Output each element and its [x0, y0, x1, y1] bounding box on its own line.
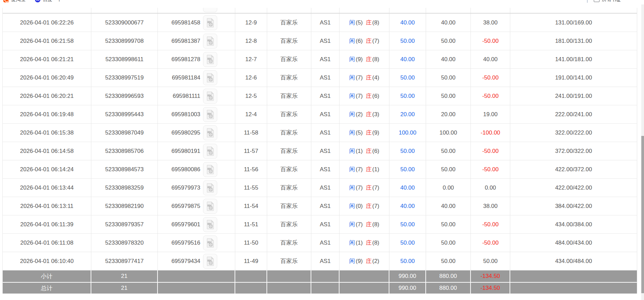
- player-label: 闲: [349, 220, 355, 228]
- win-loss-cell: 40.00: [471, 50, 510, 68]
- game-number: 695981184: [172, 74, 200, 81]
- baidu-icon: du: [35, 0, 40, 2]
- valid-amount-cell: 100.00: [426, 124, 471, 142]
- game-number-cell: 695981458: [158, 14, 235, 32]
- valid-amount-cell: 50.00: [426, 142, 471, 160]
- bet-amount-cell[interactable]: 50.00: [389, 87, 426, 105]
- taobao-icon: [3, 0, 9, 2]
- video-replay-button[interactable]: [203, 125, 217, 140]
- game-number: 695979601: [171, 221, 200, 228]
- win-loss-cell: -50.00: [471, 69, 510, 87]
- player-score: (1): [356, 148, 363, 155]
- video-replay-button[interactable]: [203, 254, 217, 269]
- game-number: 695979434: [171, 258, 200, 265]
- video-replay-button[interactable]: [203, 180, 217, 195]
- platform-cell: AS1: [311, 69, 339, 87]
- bet-amount-cell[interactable]: 40.00: [389, 179, 426, 197]
- bookmarks-separator: [587, 0, 588, 3]
- valid-amount-cell: 50.00: [426, 69, 471, 87]
- win-loss-cell: -100.00: [471, 124, 510, 142]
- order-number-cell: 523308996593: [91, 87, 158, 105]
- table-round-cell: 11-54: [235, 197, 267, 215]
- summary-empty-cell: [510, 270, 637, 282]
- video-replay-button[interactable]: [203, 8, 217, 12]
- game-result-cell: 闲(1)庄(8): [339, 234, 389, 252]
- game-number: 695981278: [171, 56, 200, 63]
- bet-amount-cell[interactable]: 50.00: [389, 234, 426, 252]
- video-replay-button[interactable]: [203, 70, 217, 85]
- valid-amount-cell: 40.00: [426, 50, 471, 68]
- platform-cell: AS1: [311, 215, 339, 233]
- bet-time-cell: 2026-04-01 06:15:38: [3, 124, 91, 142]
- player-label: 闲: [349, 147, 355, 155]
- banker-label: 庄: [366, 19, 372, 27]
- player-label: 闲: [349, 55, 355, 63]
- bet-amount-cell[interactable]: 40.00: [389, 197, 426, 215]
- bookmark-taobao[interactable]: 爱淘宝: [3, 0, 25, 3]
- game-number: 695980191: [171, 148, 200, 155]
- table-row: 2026-04-01 06:11:39523308979357695979601…: [3, 215, 637, 234]
- player-score: (6): [356, 38, 363, 45]
- bet-time-cell: 2026-04-01 06:21:58: [3, 32, 91, 50]
- bet-amount-cell[interactable]: 50.00: [389, 142, 426, 160]
- video-replay-button[interactable]: [203, 15, 217, 30]
- scrollbar-thumb[interactable]: [641, 136, 644, 293]
- valid-amount-cell: 40.00: [426, 14, 471, 32]
- summary-empty-cell: [510, 283, 637, 294]
- win-loss-cell: 38.00: [471, 14, 510, 32]
- summary-empty-cell: [235, 283, 267, 294]
- player-label: 闲: [349, 239, 355, 247]
- summary-bet-amount-cell: 990.00: [389, 283, 426, 294]
- summary-empty-cell: [311, 270, 339, 282]
- video-replay-button[interactable]: [203, 144, 217, 159]
- banker-score: (8): [372, 221, 380, 228]
- bet-amount-cell[interactable]: 50.00: [389, 69, 426, 87]
- video-replay-button[interactable]: [203, 235, 217, 250]
- bet-amount-cell[interactable]: 50.00: [389, 252, 426, 270]
- balance-cell: 372.00/322.00: [510, 142, 637, 160]
- valid-amount-cell: 50.00: [426, 215, 471, 233]
- player-score: (9): [356, 258, 363, 265]
- bet-amount-cell[interactable]: 50.00: [389, 32, 426, 50]
- bet-amount-cell[interactable]: 50.00: [389, 215, 426, 233]
- game-type-cell: 百家乐: [267, 252, 311, 270]
- game-type-cell: 百家乐: [267, 160, 311, 178]
- video-replay-button[interactable]: [203, 34, 217, 49]
- bet-amount-cell[interactable]: 20.00: [389, 105, 426, 123]
- game-result-cell: 闲(9)庄(2): [339, 252, 389, 270]
- game-type-cell: 百家乐: [267, 105, 311, 123]
- video-replay-button[interactable]: [203, 217, 217, 232]
- player-score: (0): [356, 203, 363, 210]
- table-row: 2026-04-01 06:14:58523308985706695980191…: [3, 142, 637, 160]
- table-row: 2026-04-01 06:19:48523308995443695981003…: [3, 105, 637, 124]
- balance-cell: 322.00/222.00: [510, 124, 637, 142]
- summary-win-loss-cell: -134.50: [471, 283, 510, 294]
- bookmark-baidu[interactable]: du 百度一下: [35, 0, 62, 3]
- banker-score: (7): [372, 203, 380, 210]
- player-label: 闲: [349, 19, 355, 27]
- game-number-cell: 695979516: [158, 234, 235, 252]
- vertical-scrollbar[interactable]: [641, 4, 644, 300]
- platform-cell: AS1: [311, 252, 339, 270]
- video-replay-button[interactable]: [203, 162, 217, 177]
- bet-amount-cell[interactable]: 50.00: [389, 160, 426, 178]
- video-replay-button[interactable]: [203, 89, 217, 104]
- game-type-cell: 百家乐: [267, 124, 311, 142]
- order-number-cell: 523308978320: [91, 234, 158, 252]
- video-replay-button[interactable]: [203, 199, 217, 214]
- bet-time-cell: 2026-04-01 06:14:58: [3, 142, 91, 160]
- order-number-cell: 523308999708: [91, 32, 158, 50]
- bet-amount-cell[interactable]: 40.00: [389, 14, 426, 32]
- bet-amount-cell[interactable]: 100.00: [389, 124, 426, 142]
- game-result-cell: 闲(0)庄(7): [339, 197, 389, 215]
- platform-cell: AS1: [311, 32, 339, 50]
- bet-time-cell: 2026-04-01 06:14:24: [3, 160, 91, 178]
- all-bookmarks-button[interactable]: 所有书签: [594, 0, 621, 3]
- summary-count-cell: 21: [91, 270, 158, 282]
- bet-amount-cell[interactable]: 40.00: [389, 50, 426, 68]
- balance-cell: 384.00/422.00: [510, 197, 637, 215]
- video-replay-button[interactable]: [203, 107, 217, 122]
- video-replay-button[interactable]: [203, 52, 217, 67]
- bet-time-cell: 2026-04-01 06:10:40: [3, 252, 91, 270]
- game-number-cell: 695979601: [158, 215, 235, 233]
